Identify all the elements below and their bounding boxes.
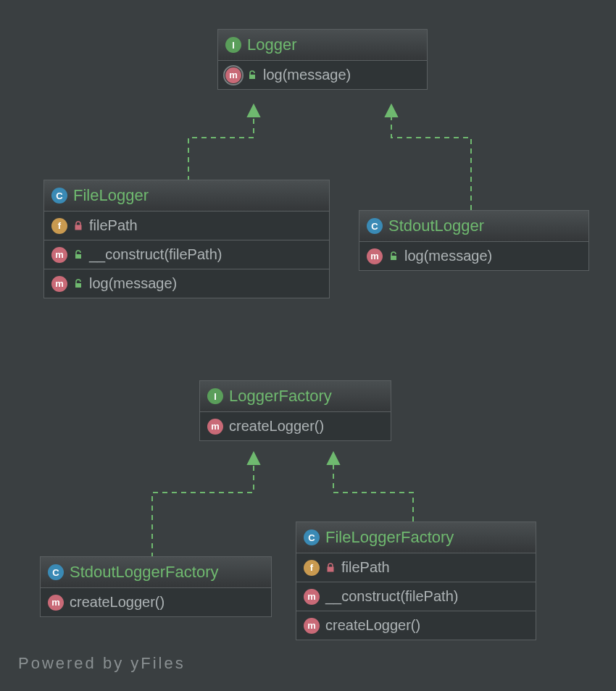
interface-icon: I bbox=[225, 37, 241, 53]
class-icon: C bbox=[304, 529, 320, 545]
public-visibility-icon bbox=[73, 250, 83, 260]
member-row: m log(message) bbox=[218, 61, 427, 89]
class-title: LoggerFactory bbox=[229, 387, 332, 406]
method-icon: m bbox=[48, 595, 64, 611]
class-header: C FileLoggerFactory bbox=[296, 522, 536, 553]
public-visibility-icon bbox=[247, 70, 257, 80]
footer-attribution: Powered by yFiles bbox=[18, 654, 186, 673]
class-header: C StdoutLoggerFactory bbox=[41, 557, 271, 588]
member-text: log(message) bbox=[89, 275, 177, 292]
class-stdoutloggerfactory: C StdoutLoggerFactory m createLogger() bbox=[40, 556, 272, 617]
member-row: m createLogger() bbox=[41, 588, 271, 616]
member-row: m __construct(filePath) bbox=[44, 240, 329, 269]
svg-rect-5 bbox=[328, 567, 333, 571]
class-title: FileLogger bbox=[73, 186, 149, 205]
svg-rect-2 bbox=[75, 254, 81, 259]
uml-diagram-canvas: I Logger m log(message) C FileLogger f f… bbox=[0, 0, 616, 691]
member-row: f filePath bbox=[296, 553, 536, 582]
class-icon: C bbox=[367, 218, 383, 234]
class-header: C StdoutLogger bbox=[359, 211, 588, 242]
class-logger: I Logger m log(message) bbox=[217, 29, 428, 90]
member-row: m log(message) bbox=[44, 269, 329, 298]
private-visibility-icon bbox=[73, 221, 83, 231]
interface-icon: I bbox=[207, 388, 223, 404]
method-icon: m bbox=[51, 276, 67, 292]
svg-rect-3 bbox=[75, 283, 81, 288]
member-text: filePath bbox=[89, 217, 138, 234]
class-icon: C bbox=[51, 188, 67, 204]
class-title: Logger bbox=[247, 35, 297, 54]
class-filelogger: C FileLogger f filePath m __construct(fi… bbox=[43, 180, 330, 298]
svg-rect-1 bbox=[75, 225, 81, 230]
member-text: createLogger() bbox=[229, 418, 324, 435]
field-icon: f bbox=[51, 218, 67, 234]
member-text: log(message) bbox=[404, 248, 492, 264]
method-icon: m bbox=[207, 419, 223, 435]
abstract-method-icon: m bbox=[225, 67, 241, 83]
class-title: FileLoggerFactory bbox=[325, 528, 454, 547]
class-title: StdoutLogger bbox=[388, 217, 484, 235]
class-title: StdoutLoggerFactory bbox=[70, 563, 218, 582]
member-text: __construct(filePath) bbox=[325, 588, 458, 605]
method-icon: m bbox=[304, 618, 320, 634]
member-text: log(message) bbox=[263, 67, 351, 83]
class-stdoutlogger: C StdoutLogger m log(message) bbox=[359, 210, 589, 271]
member-text: createLogger() bbox=[70, 594, 165, 611]
method-icon: m bbox=[304, 589, 320, 605]
member-text: createLogger() bbox=[325, 617, 420, 634]
class-header: I LoggerFactory bbox=[200, 381, 391, 412]
method-icon: m bbox=[51, 247, 67, 263]
private-visibility-icon bbox=[325, 563, 336, 573]
member-row: m createLogger() bbox=[200, 412, 391, 440]
member-row: m __construct(filePath) bbox=[296, 582, 536, 611]
member-text: filePath bbox=[341, 559, 390, 576]
public-visibility-icon bbox=[388, 251, 399, 261]
svg-rect-0 bbox=[249, 75, 255, 79]
member-text: __construct(filePath) bbox=[89, 246, 222, 263]
member-row: m createLogger() bbox=[296, 611, 536, 640]
field-icon: f bbox=[304, 560, 320, 576]
class-fileloggerfactory: C FileLoggerFactory f filePath m __const… bbox=[296, 522, 536, 640]
member-row: f filePath bbox=[44, 212, 329, 240]
public-visibility-icon bbox=[73, 279, 83, 289]
class-icon: C bbox=[48, 564, 64, 580]
method-icon: m bbox=[367, 248, 383, 264]
member-row: m log(message) bbox=[359, 242, 588, 270]
class-loggerfactory: I LoggerFactory m createLogger() bbox=[199, 380, 391, 441]
class-header: C FileLogger bbox=[44, 180, 329, 212]
svg-rect-4 bbox=[391, 256, 396, 260]
class-header: I Logger bbox=[218, 30, 427, 61]
